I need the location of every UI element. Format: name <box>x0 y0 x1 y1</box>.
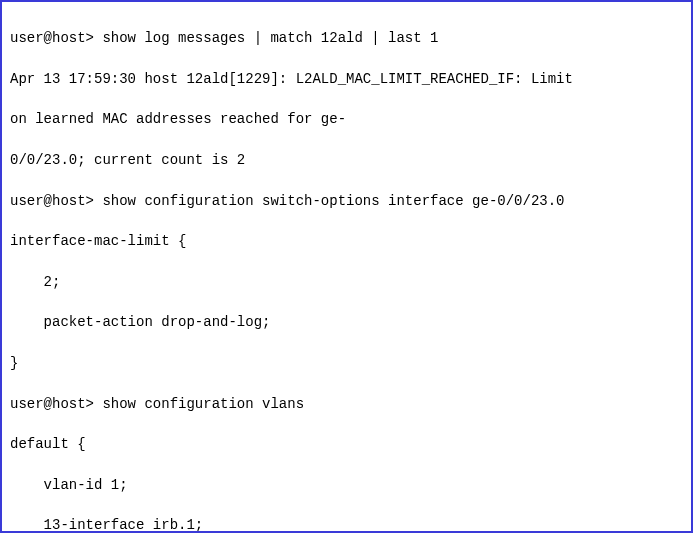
terminal-line: interface-mac-limit { <box>10 231 683 251</box>
terminal-line: Apr 13 17:59:30 host 12ald[1229]: L2ALD_… <box>10 69 683 89</box>
terminal-line: 2; <box>10 272 683 292</box>
terminal-line: on learned MAC addresses reached for ge- <box>10 109 683 129</box>
terminal-line: default { <box>10 434 683 454</box>
terminal-line: 13-interface irb.1; <box>10 515 683 533</box>
terminal-line: user@host> show configuration vlans <box>10 394 683 414</box>
terminal-line: vlan-id 1; <box>10 475 683 495</box>
terminal-line: user@host> show log messages | match 12a… <box>10 28 683 48</box>
terminal-line: } <box>10 353 683 373</box>
terminal-line: user@host> show configuration switch-opt… <box>10 191 683 211</box>
terminal-window: user@host> show log messages | match 12a… <box>0 0 693 533</box>
terminal-line: 0/0/23.0; current count is 2 <box>10 150 683 170</box>
terminal-line: packet-action drop-and-log; <box>10 312 683 332</box>
